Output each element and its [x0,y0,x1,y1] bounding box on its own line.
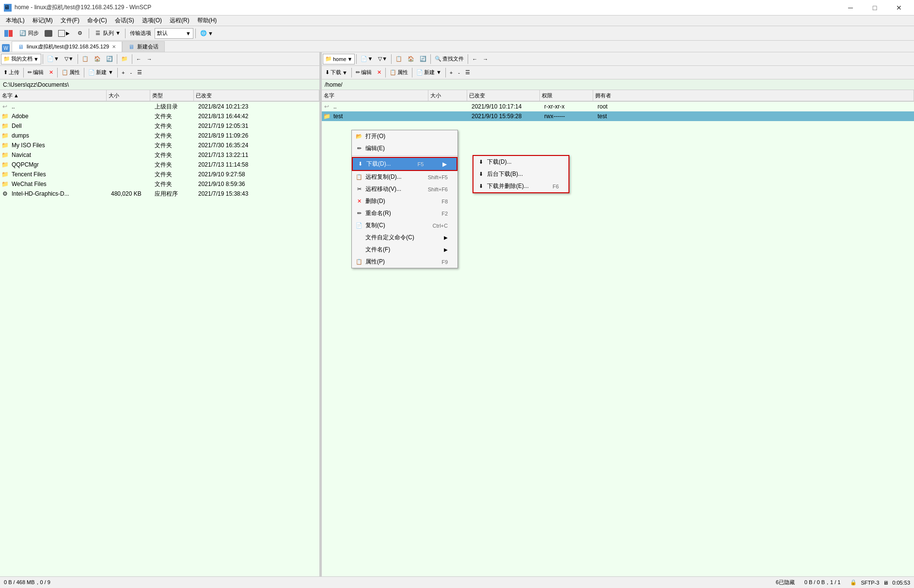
menu-local[interactable]: 本地(L) [2,15,29,26]
right-toolbar-btn-1[interactable]: 📋 [393,54,405,64]
left-plus-btn[interactable]: + [119,67,127,78]
transfer-dropdown[interactable]: 默认 ▼ [155,28,193,39]
ctx-edit[interactable]: ✏ 编辑(E) [352,142,457,155]
minimize-button[interactable]: ─ [839,0,862,15]
left-dir-dropdown[interactable]: 📁 我的文档 ▼ [1,54,41,64]
dropdown-arrow: ▼ [347,56,353,62]
right-col-perms[interactable]: 权限 [540,90,593,101]
ctx-delete[interactable]: ✕ 删除(D) F8 [352,195,457,207]
tab-new-session[interactable]: 🖥 新建会话 [122,41,165,52]
right-row-test[interactable]: 📁 test 2021/9/10 15:59:28 rwx------ test [322,111,914,121]
left-row-dumps[interactable]: 📁 dumps 文件夹 2021/8/19 11:09:26 [0,131,319,140]
tab-close-1[interactable]: ✕ [112,44,116,49]
right-col-size[interactable]: 大小 [428,90,467,101]
left-toolbar-btn-1[interactable]: 📋 [79,54,91,64]
right-new-item-btn[interactable]: 📄 新建 ▼ [414,67,444,78]
toolbar-btn-3[interactable]: ▶ [56,28,72,39]
ctx-remote-move[interactable]: ✂ 远程移动(V)... Shift+F6 [352,183,457,195]
right-toolbar-btn-2[interactable]: 🏠 [405,54,417,64]
ctx-properties[interactable]: 📋 属性(P) F9 [352,256,457,268]
ctx-filename[interactable]: 文件名(F) ▶ [352,244,457,256]
toolbar-settings[interactable]: ⚙ [73,28,87,39]
upload-button[interactable]: ⬆ 上传 [1,67,22,78]
menu-help[interactable]: 帮助(H) [193,15,221,26]
folder-icon: 📁 [323,112,331,120]
toolbar-btn-2[interactable] [42,28,55,39]
toolbar-globe[interactable]: 🌐 ▼ [198,28,216,39]
queue-button[interactable]: ☰ 队列 ▼ [91,28,123,39]
right-filter-btn[interactable]: ▽▼ [376,54,390,64]
download-button[interactable]: ⬇ 下载 ▼ [323,67,350,78]
left-back-btn[interactable]: ← [134,54,144,64]
ctx-rename[interactable]: ✏ 重命名(R) F2 [352,207,457,219]
transfer-options-btn[interactable]: 传输选项 [127,28,154,39]
right-edit-btn[interactable]: ✏ 编辑 [353,67,374,78]
ctx-remote-copy[interactable]: 📋 远程复制(D)... Shift+F5 [352,171,457,183]
folder-icon: 📁 [1,112,9,120]
left-minus-btn[interactable]: - [127,67,134,78]
ctx-custom-commands[interactable]: 文件自定义命令(C) ▶ [352,232,457,244]
left-nav-btn[interactable]: 📁 [119,54,130,64]
left-row-iso-files[interactable]: 📁 My ISO Files 文件夹 2021/7/30 16:35:24 [0,140,319,150]
open-icon: 📂 [355,132,363,141]
right-properties-btn[interactable]: 📋 属性 [387,67,410,78]
left-refresh-btn[interactable]: 🔄 [104,54,115,64]
right-row-up[interactable]: ↩ .. 2021/9/10 10:17:14 r-xr-xr-x root [322,102,914,111]
right-forward-btn[interactable]: → [480,54,490,64]
ctx-copy[interactable]: 📄 复制(C) Ctrl+C [352,219,457,232]
left-row-intel[interactable]: ⚙ Intel-HD-Graphics-D... 480,020 KB 应用程序… [0,189,319,199]
left-toolbar-btn-2[interactable]: 🏠 [92,54,103,64]
close-button[interactable]: ✕ [888,0,910,15]
menu-session[interactable]: 会话(S) [111,15,138,26]
toolbar-btn-1[interactable] [2,28,15,39]
right-status: 0 B / 0 B，1 / 1 [804,579,841,586]
left-new-item-btn[interactable]: 📄 新建 ▼ [86,67,116,78]
left-properties-btn[interactable]: 📋 属性 [59,67,82,78]
left-new-btn[interactable]: 📄▼ [45,54,62,64]
ctx-open[interactable]: 📂 打开(O) [352,130,457,142]
menu-command[interactable]: 命令(C) [83,15,111,26]
left-row-tencent[interactable]: 📁 Tencent Files 文件夹 2021/9/10 9:27:58 [0,170,319,179]
left-filter-btn[interactable]: ▽▼ [62,54,76,64]
app-icon: 🖥 [4,4,12,12]
menu-remote[interactable]: 远程(R) [166,15,193,26]
right-col-owner[interactable]: 拥有者 [593,90,914,101]
left-col-name[interactable]: 名字 ▲ [0,90,107,101]
left-row-dell[interactable]: 📁 Dell 文件夹 2021/7/19 12:05:31 [0,121,319,131]
left-cell-type: 文件夹 [153,141,196,150]
menu-mark[interactable]: 标记(M) [29,15,57,26]
sub-ctx-dl-delete[interactable]: ⬇ 下载并删除(E)... F6 [473,180,568,192]
left-edit-btn[interactable]: ✏ 编辑 [25,67,46,78]
sync-button[interactable]: 🔄 同步 [16,28,41,39]
left-row-adobe[interactable]: 📁 Adobe 文件夹 2021/8/13 16:44:42 [0,111,319,121]
right-menu-btn[interactable]: ☰ [463,67,473,78]
left-delete-btn[interactable]: ✕ [47,67,56,78]
right-find-btn[interactable]: 🔍 查找文件 [432,54,466,64]
right-dir-dropdown[interactable]: 📁 home ▼ [323,54,355,64]
menu-file[interactable]: 文件(F) [57,15,83,26]
right-new-btn[interactable]: 📄▼ [358,54,375,64]
left-col-type[interactable]: 类型 [150,90,194,101]
right-minus-btn[interactable]: - [456,67,462,78]
right-refresh-btn[interactable]: 🔄 [417,54,429,64]
right-col-name[interactable]: 名字 [322,90,428,101]
left-row-navicat[interactable]: 📁 Navicat 文件夹 2021/7/13 13:22:11 [0,150,319,160]
right-back-btn[interactable]: ← [470,54,480,64]
left-row-up[interactable]: ↩ .. 上级目录 2021/8/24 10:21:23 [0,102,319,111]
sub-ctx-bg-download[interactable]: ⬇ 后台下载(B)... [473,168,568,180]
sub-ctx-download[interactable]: ⬇ 下载(D)... [473,156,568,168]
left-row-wechat[interactable]: 📁 WeChat Files 文件夹 2021/9/10 8:59:36 [0,179,319,189]
left-row-qqpcmgr[interactable]: 📁 QQPCMgr 文件夹 2021/7/13 11:14:58 [0,160,319,170]
maximize-button[interactable]: □ [864,0,886,15]
tab-session-1[interactable]: 🖥 linux虚拟机/test@192.168.245.129 ✕ [12,41,122,52]
right-plus-btn[interactable]: + [447,67,455,78]
ctx-download[interactable]: ⬇ 下载(D)... F5 ▶ [352,157,457,171]
right-col-modified[interactable]: 已改变 [467,90,540,101]
left-col-modified[interactable]: 已改变 [194,90,319,101]
right-delete-btn[interactable]: ✕ [375,67,384,78]
left-menu-btn[interactable]: ☰ [135,67,144,78]
left-forward-btn[interactable]: → [144,54,155,64]
menu-options[interactable]: 选项(O) [138,15,166,26]
left-col-size[interactable]: 大小 [107,90,150,101]
main-toolbar: 🔄 同步 ▶ ⚙ ☰ 队列 ▼ 传输选项 默认 ▼ 🌐 ▼ [0,26,914,41]
